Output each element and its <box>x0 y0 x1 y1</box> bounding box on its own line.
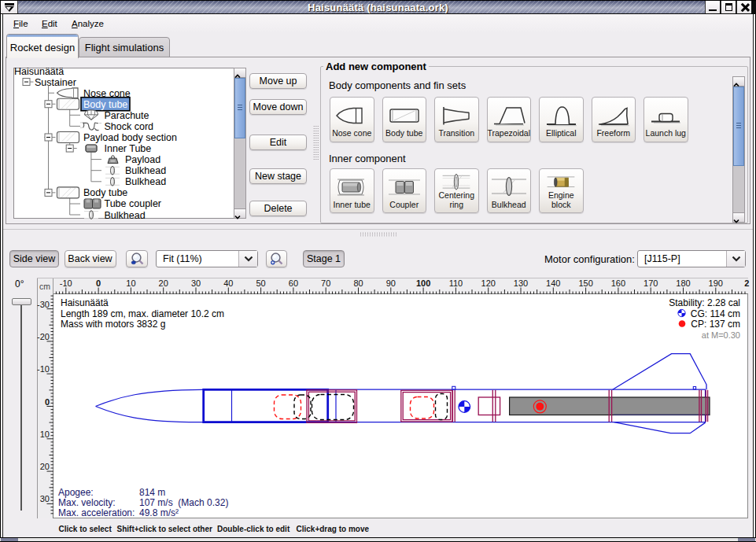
svg-text:Haisunäätä: Haisunäätä <box>14 66 64 77</box>
svg-text:Body tube: Body tube <box>83 187 127 198</box>
svg-text:Shock cord: Shock cord <box>105 121 154 132</box>
svg-text:Payload body section: Payload body section <box>83 132 177 143</box>
svg-text:Bulkhead: Bulkhead <box>105 210 146 221</box>
svg-text:Tube coupler: Tube coupler <box>105 198 162 209</box>
svg-text:Body tube: Body tube <box>83 99 127 110</box>
svg-text:Payload: Payload <box>125 154 160 165</box>
svg-text:Bulkhead: Bulkhead <box>125 176 166 187</box>
svg-text:Sustainer: Sustainer <box>35 77 76 88</box>
svg-text:Inner Tube: Inner Tube <box>105 143 152 154</box>
svg-text:Bulkhead: Bulkhead <box>125 165 166 176</box>
svg-text:Parachute: Parachute <box>105 110 149 121</box>
